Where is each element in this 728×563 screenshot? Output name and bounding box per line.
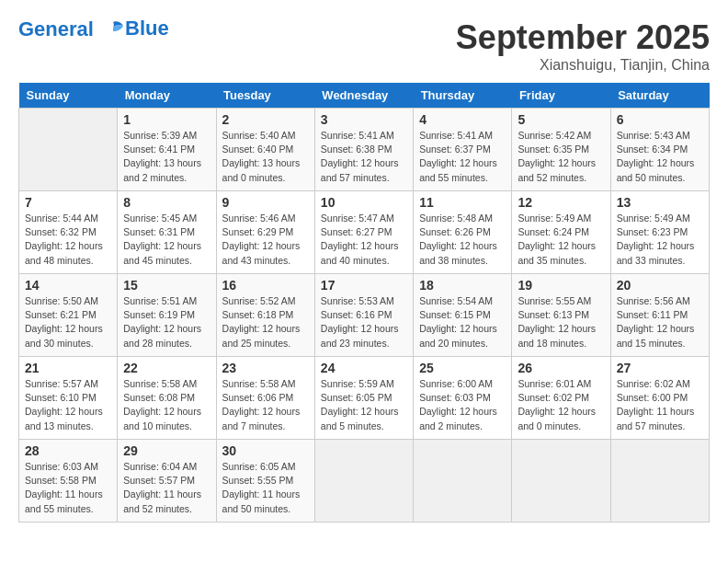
day-info: Sunrise: 6:02 AM Sunset: 6:00 PM Dayligh… bbox=[617, 377, 703, 433]
page-header: General Blue September 2025 Xianshuigu, … bbox=[18, 18, 710, 74]
calendar-cell: 30Sunrise: 6:05 AM Sunset: 5:55 PM Dayli… bbox=[216, 440, 314, 523]
day-info: Sunrise: 5:55 AM Sunset: 6:13 PM Dayligh… bbox=[518, 294, 604, 350]
calendar-cell: 15Sunrise: 5:51 AM Sunset: 6:19 PM Dayli… bbox=[118, 274, 216, 357]
day-number: 13 bbox=[617, 195, 703, 210]
location-subtitle: Xianshuigu, Tianjin, China bbox=[456, 57, 710, 74]
day-number: 25 bbox=[419, 361, 506, 375]
day-info: Sunrise: 6:03 AM Sunset: 5:58 PM Dayligh… bbox=[25, 460, 111, 516]
calendar-week-4: 21Sunrise: 5:57 AM Sunset: 6:10 PM Dayli… bbox=[19, 357, 710, 440]
calendar-cell: 24Sunrise: 5:59 AM Sunset: 6:05 PM Dayli… bbox=[314, 357, 413, 440]
day-info: Sunrise: 6:04 AM Sunset: 5:57 PM Dayligh… bbox=[123, 460, 210, 516]
day-info: Sunrise: 5:46 AM Sunset: 6:29 PM Dayligh… bbox=[222, 212, 309, 268]
calendar-cell bbox=[314, 440, 413, 523]
day-number: 16 bbox=[222, 278, 309, 293]
day-number: 10 bbox=[321, 195, 407, 210]
calendar-cell: 11Sunrise: 5:48 AM Sunset: 6:26 PM Dayli… bbox=[414, 191, 512, 274]
calendar-week-5: 28Sunrise: 6:03 AM Sunset: 5:58 PM Dayli… bbox=[19, 440, 710, 523]
calendar-cell: 10Sunrise: 5:47 AM Sunset: 6:27 PM Dayli… bbox=[314, 191, 413, 274]
day-number: 24 bbox=[321, 361, 407, 375]
calendar-cell: 26Sunrise: 6:01 AM Sunset: 6:02 PM Dayli… bbox=[512, 357, 610, 440]
calendar-cell: 20Sunrise: 5:56 AM Sunset: 6:11 PM Dayli… bbox=[610, 274, 709, 357]
day-info: Sunrise: 5:40 AM Sunset: 6:40 PM Dayligh… bbox=[222, 129, 309, 185]
calendar-cell: 13Sunrise: 5:49 AM Sunset: 6:23 PM Dayli… bbox=[610, 191, 709, 274]
day-info: Sunrise: 5:49 AM Sunset: 6:23 PM Dayligh… bbox=[617, 212, 703, 268]
calendar-cell: 21Sunrise: 5:57 AM Sunset: 6:10 PM Dayli… bbox=[19, 357, 118, 440]
day-info: Sunrise: 5:48 AM Sunset: 6:26 PM Dayligh… bbox=[419, 212, 506, 268]
day-number: 27 bbox=[617, 361, 703, 375]
day-number: 18 bbox=[419, 278, 506, 293]
calendar-cell: 8Sunrise: 5:45 AM Sunset: 6:31 PM Daylig… bbox=[118, 191, 216, 274]
calendar-cell: 3Sunrise: 5:41 AM Sunset: 6:38 PM Daylig… bbox=[314, 109, 413, 191]
logo-text-general: General bbox=[18, 17, 94, 40]
logo-text-blue: Blue bbox=[125, 17, 169, 40]
day-number: 2 bbox=[222, 112, 309, 127]
day-header-saturday: Saturday bbox=[610, 83, 709, 109]
calendar-table: SundayMondayTuesdayWednesdayThursdayFrid… bbox=[18, 83, 710, 523]
day-info: Sunrise: 5:47 AM Sunset: 6:27 PM Dayligh… bbox=[321, 212, 407, 268]
calendar-week-3: 14Sunrise: 5:50 AM Sunset: 6:21 PM Dayli… bbox=[19, 274, 710, 357]
day-info: Sunrise: 5:57 AM Sunset: 6:10 PM Dayligh… bbox=[25, 377, 111, 433]
day-info: Sunrise: 5:49 AM Sunset: 6:24 PM Dayligh… bbox=[518, 212, 604, 268]
day-number: 26 bbox=[518, 361, 604, 375]
day-header-sunday: Sunday bbox=[19, 83, 118, 109]
calendar-cell: 16Sunrise: 5:52 AM Sunset: 6:18 PM Dayli… bbox=[216, 274, 314, 357]
day-number: 15 bbox=[123, 278, 210, 293]
calendar-cell: 9Sunrise: 5:46 AM Sunset: 6:29 PM Daylig… bbox=[216, 191, 314, 274]
day-number: 8 bbox=[123, 195, 210, 210]
day-info: Sunrise: 5:58 AM Sunset: 6:06 PM Dayligh… bbox=[222, 377, 309, 433]
day-info: Sunrise: 5:43 AM Sunset: 6:34 PM Dayligh… bbox=[617, 129, 703, 185]
day-info: Sunrise: 5:41 AM Sunset: 6:38 PM Dayligh… bbox=[321, 129, 407, 185]
calendar-cell: 6Sunrise: 5:43 AM Sunset: 6:34 PM Daylig… bbox=[610, 109, 709, 191]
day-number: 29 bbox=[123, 443, 210, 458]
calendar-cell bbox=[512, 440, 610, 523]
day-number: 22 bbox=[123, 361, 210, 375]
calendar-cell: 5Sunrise: 5:42 AM Sunset: 6:35 PM Daylig… bbox=[512, 109, 610, 191]
day-number: 6 bbox=[617, 112, 703, 127]
day-info: Sunrise: 5:50 AM Sunset: 6:21 PM Dayligh… bbox=[25, 294, 111, 350]
calendar-cell: 14Sunrise: 5:50 AM Sunset: 6:21 PM Dayli… bbox=[19, 274, 118, 357]
calendar-cell: 12Sunrise: 5:49 AM Sunset: 6:24 PM Dayli… bbox=[512, 191, 610, 274]
day-info: Sunrise: 6:05 AM Sunset: 5:55 PM Dayligh… bbox=[222, 460, 309, 516]
day-number: 14 bbox=[25, 278, 111, 293]
day-info: Sunrise: 6:00 AM Sunset: 6:03 PM Dayligh… bbox=[419, 377, 506, 433]
day-header-thursday: Thursday bbox=[414, 83, 512, 109]
calendar-cell: 18Sunrise: 5:54 AM Sunset: 6:15 PM Dayli… bbox=[414, 274, 512, 357]
calendar-cell: 27Sunrise: 6:02 AM Sunset: 6:00 PM Dayli… bbox=[610, 357, 709, 440]
calendar-cell: 28Sunrise: 6:03 AM Sunset: 5:58 PM Dayli… bbox=[19, 440, 118, 523]
calendar-cell: 1Sunrise: 5:39 AM Sunset: 6:41 PM Daylig… bbox=[118, 109, 216, 191]
day-info: Sunrise: 5:56 AM Sunset: 6:11 PM Dayligh… bbox=[617, 294, 703, 350]
calendar-cell: 19Sunrise: 5:55 AM Sunset: 6:13 PM Dayli… bbox=[512, 274, 610, 357]
day-number: 1 bbox=[123, 112, 210, 127]
day-header-friday: Friday bbox=[512, 83, 610, 109]
calendar-week-1: 1Sunrise: 5:39 AM Sunset: 6:41 PM Daylig… bbox=[19, 109, 710, 191]
day-header-wednesday: Wednesday bbox=[314, 83, 413, 109]
title-block: September 2025 Xianshuigu, Tianjin, Chin… bbox=[456, 18, 710, 74]
day-info: Sunrise: 5:45 AM Sunset: 6:31 PM Dayligh… bbox=[123, 212, 210, 268]
day-number: 28 bbox=[25, 443, 111, 458]
month-title: September 2025 bbox=[456, 18, 710, 57]
day-number: 11 bbox=[419, 195, 506, 210]
day-number: 20 bbox=[617, 278, 703, 293]
calendar-cell bbox=[414, 440, 512, 523]
day-number: 30 bbox=[222, 443, 309, 458]
calendar-cell: 23Sunrise: 5:58 AM Sunset: 6:06 PM Dayli… bbox=[216, 357, 314, 440]
day-header-tuesday: Tuesday bbox=[216, 83, 314, 109]
day-info: Sunrise: 5:58 AM Sunset: 6:08 PM Dayligh… bbox=[123, 377, 210, 433]
day-info: Sunrise: 5:54 AM Sunset: 6:15 PM Dayligh… bbox=[419, 294, 506, 350]
calendar-cell bbox=[610, 440, 709, 523]
calendar-cell: 22Sunrise: 5:58 AM Sunset: 6:08 PM Dayli… bbox=[118, 357, 216, 440]
day-info: Sunrise: 5:59 AM Sunset: 6:05 PM Dayligh… bbox=[321, 377, 407, 433]
day-info: Sunrise: 5:41 AM Sunset: 6:37 PM Dayligh… bbox=[419, 129, 506, 185]
day-header-monday: Monday bbox=[118, 83, 216, 109]
day-number: 19 bbox=[518, 278, 604, 293]
calendar-cell: 17Sunrise: 5:53 AM Sunset: 6:16 PM Dayli… bbox=[314, 274, 413, 357]
calendar-header-row: SundayMondayTuesdayWednesdayThursdayFrid… bbox=[19, 83, 710, 109]
day-info: Sunrise: 5:51 AM Sunset: 6:19 PM Dayligh… bbox=[123, 294, 210, 350]
calendar-week-2: 7Sunrise: 5:44 AM Sunset: 6:32 PM Daylig… bbox=[19, 191, 710, 274]
day-number: 4 bbox=[419, 112, 506, 127]
day-info: Sunrise: 5:52 AM Sunset: 6:18 PM Dayligh… bbox=[222, 294, 309, 350]
day-number: 9 bbox=[222, 195, 309, 210]
day-info: Sunrise: 5:44 AM Sunset: 6:32 PM Dayligh… bbox=[25, 212, 111, 268]
day-number: 5 bbox=[518, 112, 604, 127]
calendar-cell: 29Sunrise: 6:04 AM Sunset: 5:57 PM Dayli… bbox=[118, 440, 216, 523]
